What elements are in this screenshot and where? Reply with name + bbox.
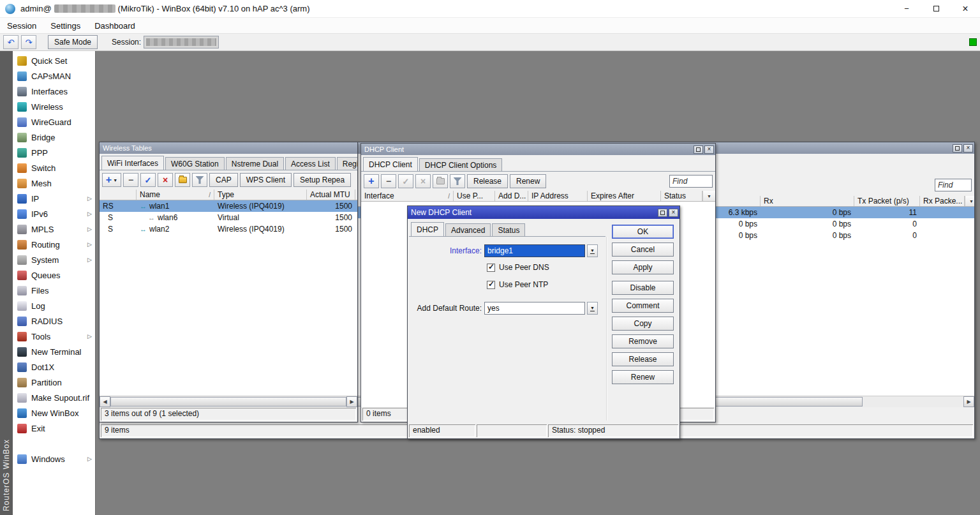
sidebar-item-ip[interactable]: IP bbox=[13, 191, 95, 206]
close-icon[interactable] bbox=[951, 0, 980, 18]
tab-registration[interactable]: Registr bbox=[337, 157, 357, 170]
menu-settings[interactable]: Settings bbox=[43, 19, 87, 33]
sidebar-item-files[interactable]: Files bbox=[13, 283, 95, 298]
disable-button[interactable] bbox=[158, 173, 173, 187]
find-input[interactable]: Find bbox=[935, 179, 972, 191]
sidebar-item-switch[interactable]: Switch bbox=[13, 160, 95, 175]
wireless-table[interactable]: RS wlan1 Wireless (IPQ4019) 1500 S wlan6… bbox=[100, 200, 357, 396]
disable-button[interactable]: Disable bbox=[612, 281, 674, 295]
copy-button[interactable]: Copy bbox=[612, 317, 674, 331]
renew-button[interactable]: Renew bbox=[612, 370, 674, 384]
close-icon[interactable] bbox=[963, 144, 973, 153]
scroll-right-button[interactable] bbox=[963, 396, 974, 407]
tab-wifi-interfaces[interactable]: WiFi Interfaces bbox=[101, 156, 164, 170]
add-button[interactable] bbox=[364, 174, 379, 188]
checkbox-checked-icon[interactable] bbox=[487, 281, 495, 289]
sidebar-item-routing[interactable]: Routing bbox=[13, 237, 95, 252]
interface-dropdown-button[interactable] bbox=[587, 244, 598, 257]
add-default-route-combobox[interactable]: yes bbox=[484, 302, 585, 315]
sidebar-item-partition[interactable]: Partition bbox=[13, 375, 95, 390]
safe-mode-button[interactable]: Safe Mode bbox=[48, 35, 98, 49]
remove-button[interactable] bbox=[123, 173, 138, 187]
sidebar-item-radius[interactable]: RADIUS bbox=[13, 313, 95, 329]
sidebar-item-bridge[interactable]: Bridge bbox=[13, 130, 95, 145]
table-row[interactable]: RS wlan1 Wireless (IPQ4019) 1500 bbox=[100, 200, 357, 212]
dialog-titlebar[interactable]: New DHCP Client bbox=[408, 206, 679, 219]
comment-button[interactable]: Comment bbox=[612, 299, 674, 313]
wps-client-button[interactable]: WPS Client bbox=[240, 173, 292, 187]
close-icon[interactable] bbox=[704, 146, 714, 154]
renew-button[interactable]: Renew bbox=[510, 174, 546, 188]
scroll-left-button[interactable] bbox=[100, 396, 110, 407]
use-peer-ntp-checkbox-row[interactable]: Use Peer NTP bbox=[487, 280, 548, 289]
sidebar-item-capsman[interactable]: CAPsMAN bbox=[13, 68, 95, 84]
setup-repeater-button[interactable]: Setup Repea bbox=[293, 173, 351, 187]
filter-button[interactable] bbox=[450, 174, 465, 188]
sidebar-item-windows[interactable]: Windows bbox=[13, 451, 95, 466]
scroll-right-button[interactable] bbox=[346, 396, 357, 407]
tab-nstreme-dual[interactable]: Nstreme Dual bbox=[226, 157, 284, 170]
redo-button[interactable] bbox=[21, 35, 36, 49]
table-row[interactable]: S wlan2 Wireless (IPQ4019) 1500 bbox=[100, 223, 357, 235]
app-titlebar[interactable]: admin@ (MikroTik) - WinBox (64bit) v7.10… bbox=[0, 0, 980, 18]
column-select-button[interactable] bbox=[965, 196, 974, 206]
maximize-icon[interactable] bbox=[658, 209, 667, 217]
dhcp-table-header[interactable]: Interface Use P... Add D... IP Address E… bbox=[361, 191, 715, 202]
add-default-route-dropdown-button[interactable] bbox=[587, 302, 598, 315]
find-input[interactable]: Find bbox=[669, 175, 713, 188]
cancel-button[interactable]: Cancel bbox=[612, 243, 674, 257]
sidebar-item-system[interactable]: System bbox=[13, 252, 95, 267]
sidebar-item-mpls[interactable]: MPLS bbox=[13, 221, 95, 237]
add-button[interactable] bbox=[102, 173, 121, 187]
cap-button[interactable]: CAP bbox=[209, 173, 238, 187]
interface-combobox[interactable]: bridge1 bbox=[484, 244, 585, 257]
tab-dhcp[interactable]: DHCP bbox=[411, 222, 444, 237]
scrollbar-thumb[interactable] bbox=[110, 397, 346, 407]
tab-dhcp-client[interactable]: DHCP Client bbox=[363, 157, 418, 172]
sidebar-item-exit[interactable]: Exit bbox=[13, 421, 95, 436]
sidebar-item-make-supout[interactable]: Make Supout.rif bbox=[13, 390, 95, 405]
sidebar-item-tools[interactable]: Tools bbox=[13, 329, 95, 344]
sidebar-item-ipv6[interactable]: IPv6 bbox=[13, 206, 95, 221]
tab-w60g-station[interactable]: W60G Station bbox=[165, 157, 225, 170]
remove-button[interactable] bbox=[381, 174, 396, 188]
sidebar-item-mesh[interactable]: Mesh bbox=[13, 175, 95, 191]
filter-button[interactable] bbox=[192, 173, 207, 187]
sidebar-item-queues[interactable]: Queues bbox=[13, 267, 95, 283]
apply-button[interactable]: Apply bbox=[612, 260, 674, 274]
wireless-table-header[interactable]: Name Type Actual MTU bbox=[100, 190, 357, 200]
sidebar-item-wireless[interactable]: Wireless bbox=[13, 99, 95, 114]
sidebar-item-ppp[interactable]: PPP bbox=[13, 145, 95, 160]
minimize-icon[interactable] bbox=[892, 0, 921, 18]
session-field[interactable] bbox=[144, 36, 219, 49]
dhcp-window-titlebar[interactable]: DHCP Client bbox=[361, 144, 715, 155]
tab-status[interactable]: Status bbox=[492, 223, 525, 236]
column-select-button[interactable] bbox=[702, 191, 715, 201]
sidebar-item-log[interactable]: Log bbox=[13, 298, 95, 313]
sidebar-item-dot1x[interactable]: Dot1X bbox=[13, 359, 95, 375]
sidebar-item-new-terminal[interactable]: New Terminal bbox=[13, 344, 95, 359]
table-row[interactable]: S wlan6 Virtual 1500 bbox=[100, 212, 357, 223]
sidebar-item-quick-set[interactable]: Quick Set bbox=[13, 53, 95, 68]
use-peer-dns-checkbox-row[interactable]: Use Peer DNS bbox=[487, 263, 549, 272]
menu-dashboard[interactable]: Dashboard bbox=[87, 19, 142, 33]
ok-button[interactable]: OK bbox=[612, 225, 674, 239]
sidebar-item-new-winbox[interactable]: New WinBox bbox=[13, 405, 95, 421]
undo-button[interactable] bbox=[3, 35, 19, 49]
sidebar-item-wireguard[interactable]: WireGuard bbox=[13, 114, 95, 130]
release-button[interactable]: Release bbox=[612, 352, 674, 366]
tab-dhcp-client-options[interactable]: DHCP Client Options bbox=[419, 158, 503, 171]
comment-button[interactable] bbox=[175, 173, 190, 187]
checkbox-checked-icon[interactable] bbox=[487, 264, 495, 272]
release-button[interactable]: Release bbox=[467, 174, 508, 188]
maximize-icon[interactable] bbox=[694, 146, 703, 154]
maximize-icon[interactable] bbox=[921, 0, 951, 18]
horizontal-scrollbar[interactable] bbox=[100, 396, 357, 407]
disable-button[interactable] bbox=[415, 174, 431, 188]
menu-session[interactable]: Session bbox=[0, 19, 43, 33]
maximize-icon[interactable] bbox=[953, 144, 962, 153]
remove-button[interactable]: Remove bbox=[612, 334, 674, 348]
enable-button[interactable] bbox=[140, 173, 156, 187]
comment-button[interactable] bbox=[433, 174, 448, 188]
wireless-window-titlebar[interactable]: Wireless Tables bbox=[100, 142, 357, 154]
